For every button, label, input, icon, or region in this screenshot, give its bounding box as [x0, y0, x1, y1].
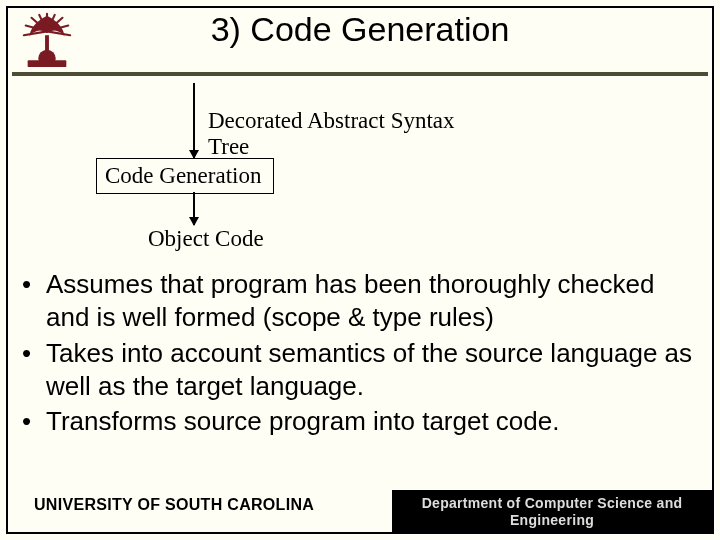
list-item: • Takes into account semantics of the so…	[18, 337, 702, 404]
flow-output-label: Object Code	[148, 226, 264, 252]
arrow-down-icon	[193, 192, 195, 225]
bullet-text: Takes into account semantics of the sour…	[46, 337, 702, 404]
footer-university: UNIVERSITY OF SOUTH CAROLINA	[34, 496, 314, 514]
slide-title: 3) Code Generation	[0, 10, 720, 49]
list-item: • Assumes that program has been thorough…	[18, 268, 702, 335]
list-item: • Transforms source program into target …	[18, 405, 702, 438]
svg-rect-1	[28, 60, 67, 67]
title-divider	[12, 72, 708, 76]
footer-department: Department of Computer Science and Engin…	[392, 490, 712, 534]
flow-process-box: Code Generation	[96, 158, 274, 194]
bullet-text: Assumes that program has been thoroughly…	[46, 268, 702, 335]
bullet-text: Transforms source program into target co…	[46, 405, 702, 438]
bullet-dot-icon: •	[18, 268, 46, 335]
arrow-down-icon	[193, 83, 195, 158]
bullet-dot-icon: •	[18, 405, 46, 438]
bullet-dot-icon: •	[18, 337, 46, 404]
flow-input-label: Decorated Abstract Syntax Tree	[208, 108, 478, 160]
bullet-list: • Assumes that program has been thorough…	[18, 268, 702, 440]
